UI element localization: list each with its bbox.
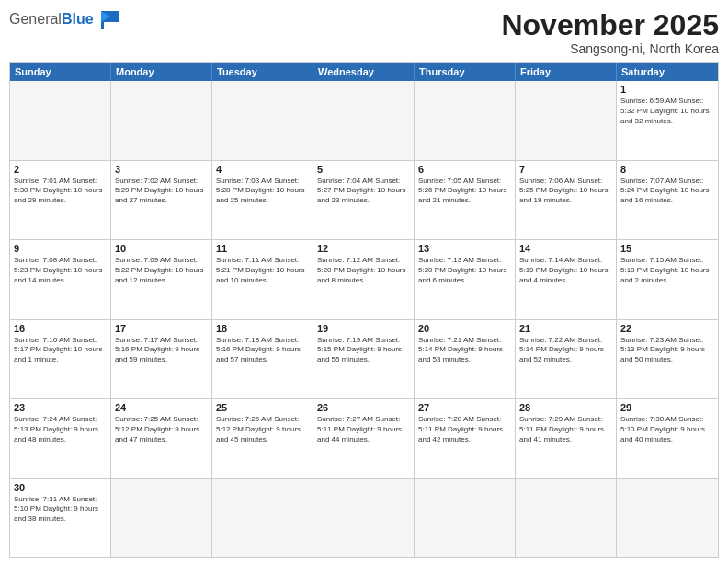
calendar-cell-0-5 [516, 81, 617, 159]
calendar-row-3: 16Sunrise: 7:16 AM Sunset: 5:17 PM Dayli… [10, 320, 718, 399]
day-number: 25 [216, 402, 309, 413]
calendar-cell-3-6: 22Sunrise: 7:23 AM Sunset: 5:13 PM Dayli… [617, 320, 718, 398]
calendar-cell-4-5: 28Sunrise: 7:29 AM Sunset: 5:11 PM Dayli… [516, 399, 617, 477]
calendar-cell-0-0 [10, 81, 111, 159]
calendar-cell-4-4: 27Sunrise: 7:28 AM Sunset: 5:11 PM Dayli… [415, 399, 516, 477]
calendar-cell-2-1: 10Sunrise: 7:09 AM Sunset: 5:22 PM Dayli… [111, 240, 212, 318]
page: GeneralBlue November 2025 Sangsong-ni, N… [0, 0, 728, 563]
calendar-cell-2-4: 13Sunrise: 7:13 AM Sunset: 5:20 PM Dayli… [415, 240, 516, 318]
calendar-cell-1-5: 7Sunrise: 7:06 AM Sunset: 5:25 PM Daylig… [516, 161, 617, 239]
calendar-cell-1-3: 5Sunrise: 7:04 AM Sunset: 5:27 PM Daylig… [313, 161, 415, 239]
day-number: 27 [418, 402, 511, 413]
calendar-cell-0-1 [111, 81, 212, 159]
calendar-cell-5-4 [415, 479, 516, 557]
day-number: 4 [216, 164, 309, 175]
month-title: November 2025 [501, 9, 719, 41]
day-info: Sunrise: 6:59 AM Sunset: 5:32 PM Dayligh… [620, 97, 714, 126]
calendar-cell-2-3: 12Sunrise: 7:12 AM Sunset: 5:20 PM Dayli… [313, 240, 415, 318]
day-number: 12 [317, 243, 410, 254]
header-saturday: Saturday [617, 63, 718, 81]
day-number: 8 [620, 164, 714, 175]
day-info: Sunrise: 7:18 AM Sunset: 5:16 PM Dayligh… [216, 336, 309, 365]
day-number: 1 [620, 84, 714, 95]
header: GeneralBlue November 2025 Sangsong-ni, N… [9, 9, 719, 56]
calendar-cell-3-3: 19Sunrise: 7:19 AM Sunset: 5:15 PM Dayli… [313, 320, 415, 398]
day-number: 21 [519, 323, 612, 334]
logo-general: General [9, 11, 62, 28]
calendar-cell-5-3 [313, 479, 415, 557]
day-info: Sunrise: 7:11 AM Sunset: 5:21 PM Dayligh… [216, 256, 309, 285]
day-info: Sunrise: 7:19 AM Sunset: 5:15 PM Dayligh… [317, 336, 410, 365]
day-info: Sunrise: 7:15 AM Sunset: 5:18 PM Dayligh… [620, 256, 714, 285]
calendar-header: Sunday Monday Tuesday Wednesday Thursday… [10, 63, 718, 81]
day-info: Sunrise: 7:26 AM Sunset: 5:12 PM Dayligh… [216, 415, 309, 444]
day-number: 22 [620, 323, 714, 334]
day-number: 28 [519, 402, 612, 413]
calendar-row-4: 23Sunrise: 7:24 AM Sunset: 5:13 PM Dayli… [10, 399, 718, 478]
day-info: Sunrise: 7:30 AM Sunset: 5:10 PM Dayligh… [620, 415, 714, 444]
calendar-cell-0-6: 1Sunrise: 6:59 AM Sunset: 5:32 PM Daylig… [617, 81, 718, 159]
header-friday: Friday [516, 63, 617, 81]
calendar-body: 1Sunrise: 6:59 AM Sunset: 5:32 PM Daylig… [10, 81, 718, 557]
calendar-cell-3-5: 21Sunrise: 7:22 AM Sunset: 5:14 PM Dayli… [516, 320, 617, 398]
logo-blue: Blue [62, 11, 94, 28]
day-info: Sunrise: 7:08 AM Sunset: 5:23 PM Dayligh… [14, 256, 107, 285]
calendar-cell-4-2: 25Sunrise: 7:26 AM Sunset: 5:12 PM Dayli… [212, 399, 313, 477]
day-number: 29 [620, 402, 714, 413]
calendar-cell-2-0: 9Sunrise: 7:08 AM Sunset: 5:23 PM Daylig… [10, 240, 111, 318]
calendar-cell-4-6: 29Sunrise: 7:30 AM Sunset: 5:10 PM Dayli… [617, 399, 718, 477]
day-number: 2 [14, 164, 107, 175]
calendar-cell-0-4 [415, 81, 516, 159]
calendar-cell-0-2 [212, 81, 313, 159]
day-info: Sunrise: 7:21 AM Sunset: 5:14 PM Dayligh… [418, 336, 511, 365]
day-number: 14 [519, 243, 612, 254]
calendar-cell-0-3 [313, 81, 415, 159]
header-thursday: Thursday [415, 63, 516, 81]
calendar-cell-5-2 [212, 479, 313, 557]
calendar: Sunday Monday Tuesday Wednesday Thursday… [9, 62, 719, 558]
day-info: Sunrise: 7:22 AM Sunset: 5:14 PM Dayligh… [519, 336, 612, 365]
calendar-cell-3-4: 20Sunrise: 7:21 AM Sunset: 5:14 PM Dayli… [415, 320, 516, 398]
day-info: Sunrise: 7:09 AM Sunset: 5:22 PM Dayligh… [115, 256, 208, 285]
calendar-row-2: 9Sunrise: 7:08 AM Sunset: 5:23 PM Daylig… [10, 240, 718, 319]
header-monday: Monday [111, 63, 212, 81]
header-wednesday: Wednesday [313, 63, 415, 81]
calendar-cell-4-3: 26Sunrise: 7:27 AM Sunset: 5:11 PM Dayli… [313, 399, 415, 477]
calendar-cell-5-1 [111, 479, 212, 557]
svg-rect-2 [101, 22, 104, 29]
day-number: 7 [519, 164, 612, 175]
calendar-cell-1-4: 6Sunrise: 7:05 AM Sunset: 5:26 PM Daylig… [415, 161, 516, 239]
day-number: 19 [317, 323, 410, 334]
day-info: Sunrise: 7:31 AM Sunset: 5:10 PM Dayligh… [14, 495, 107, 524]
calendar-row-1: 2Sunrise: 7:01 AM Sunset: 5:30 PM Daylig… [10, 161, 718, 240]
calendar-cell-3-1: 17Sunrise: 7:17 AM Sunset: 5:16 PM Dayli… [111, 320, 212, 398]
day-number: 5 [317, 164, 410, 175]
day-number: 26 [317, 402, 410, 413]
day-number: 6 [418, 164, 511, 175]
day-info: Sunrise: 7:01 AM Sunset: 5:30 PM Dayligh… [14, 177, 107, 206]
day-number: 10 [115, 243, 208, 254]
day-info: Sunrise: 7:05 AM Sunset: 5:26 PM Dayligh… [418, 177, 511, 206]
day-number: 23 [14, 402, 107, 413]
day-info: Sunrise: 7:24 AM Sunset: 5:13 PM Dayligh… [14, 415, 107, 444]
day-info: Sunrise: 7:13 AM Sunset: 5:20 PM Dayligh… [418, 256, 511, 285]
calendar-cell-1-0: 2Sunrise: 7:01 AM Sunset: 5:30 PM Daylig… [10, 161, 111, 239]
day-number: 17 [115, 323, 208, 334]
title-block: November 2025 Sangsong-ni, North Korea [501, 9, 719, 56]
day-number: 9 [14, 243, 107, 254]
day-number: 18 [216, 323, 309, 334]
calendar-cell-5-5 [516, 479, 617, 557]
calendar-cell-4-0: 23Sunrise: 7:24 AM Sunset: 5:13 PM Dayli… [10, 399, 111, 477]
day-info: Sunrise: 7:06 AM Sunset: 5:25 PM Dayligh… [519, 177, 612, 206]
logo-icon [97, 9, 123, 29]
day-info: Sunrise: 7:16 AM Sunset: 5:17 PM Dayligh… [14, 336, 107, 365]
calendar-cell-2-5: 14Sunrise: 7:14 AM Sunset: 5:19 PM Dayli… [516, 240, 617, 318]
day-info: Sunrise: 7:25 AM Sunset: 5:12 PM Dayligh… [115, 415, 208, 444]
day-number: 24 [115, 402, 208, 413]
day-number: 13 [418, 243, 511, 254]
calendar-cell-3-0: 16Sunrise: 7:16 AM Sunset: 5:17 PM Dayli… [10, 320, 111, 398]
day-info: Sunrise: 7:04 AM Sunset: 5:27 PM Dayligh… [317, 177, 410, 206]
day-number: 15 [620, 243, 714, 254]
header-sunday: Sunday [10, 63, 111, 81]
calendar-row-0: 1Sunrise: 6:59 AM Sunset: 5:32 PM Daylig… [10, 81, 718, 160]
